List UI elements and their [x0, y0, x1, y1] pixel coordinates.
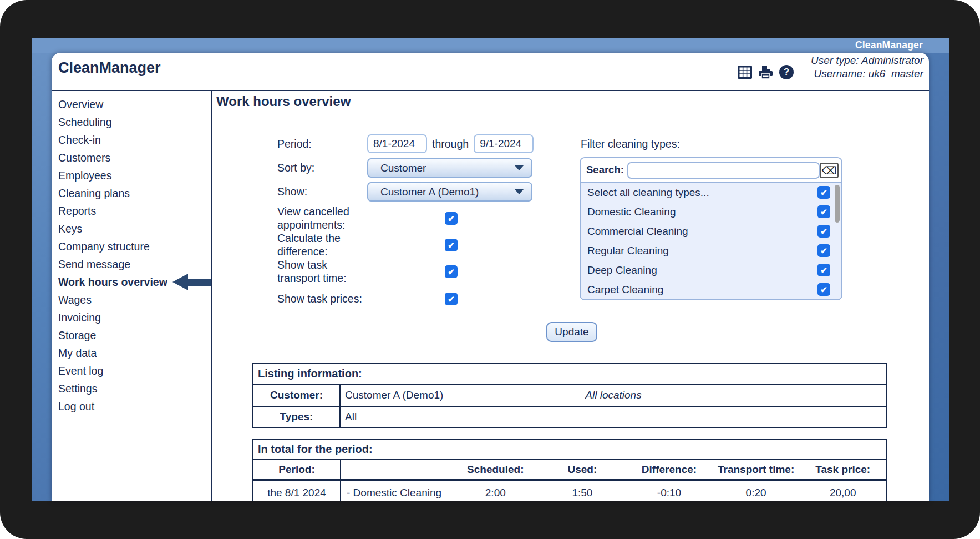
filter-option-select-all[interactable]: Select all cleaning types... ✔ [581, 183, 841, 202]
sidebar-item-log-out[interactable]: Log out [52, 397, 211, 415]
sort-by-label: Sort by: [277, 162, 367, 174]
customer-row-note: All locations [341, 389, 886, 401]
period-label: Period: [277, 138, 367, 150]
col-used: Used: [539, 464, 626, 476]
listing-title: Listing information: [253, 364, 886, 385]
sidebar-nav: Overview Scheduling Check-in Customers E… [52, 91, 211, 501]
screen-bezel: CleanManager CleanManager [0, 0, 980, 539]
table-view-icon[interactable] [738, 66, 752, 79]
carpet-cleaning-checkbox[interactable]: ✔ [817, 283, 830, 296]
filter-option-deep[interactable]: Deep Cleaning ✔ [581, 260, 841, 280]
sidebar-item-company-structure[interactable]: Company structure [52, 238, 211, 255]
task-prices-row: Show task prices: ✔ [277, 285, 458, 312]
filter-option-regular[interactable]: Regular Cleaning ✔ [581, 241, 841, 260]
domestic-cleaning-checkbox[interactable]: ✔ [817, 205, 830, 218]
table-row: the 8/1 2024 - Domestic Cleaning 2:00 1:… [253, 481, 886, 501]
sidebar-item-wages[interactable]: Wages [52, 291, 211, 309]
search-input[interactable] [627, 162, 820, 179]
listing-information-table: Listing information: Customer: Customer … [252, 363, 887, 428]
cell-cleaning-type: - Domestic Cleaning [341, 487, 452, 499]
user-info: User type: Administrator Username: uk6_m… [811, 54, 923, 80]
calculate-difference-label: Calculate the difference: [277, 231, 367, 258]
chevron-down-icon [515, 189, 524, 194]
sidebar-item-storage[interactable]: Storage [52, 326, 211, 344]
view-cancelled-row: View cancelled appointments: ✔ [277, 205, 458, 231]
sidebar-item-cleaning-plans[interactable]: Cleaning plans [52, 184, 211, 202]
calculate-difference-checkbox[interactable]: ✔ [445, 239, 458, 251]
update-button[interactable]: Update [546, 322, 597, 342]
browser-titlebar: CleanManager [32, 38, 949, 53]
user-type-label: User type: Administrator [811, 54, 923, 67]
sidebar-item-my-data[interactable]: My data [52, 344, 211, 362]
header-toolbar: ? [738, 65, 794, 79]
show-row: Show: Customer A (Demo1) [277, 182, 532, 202]
sort-by-row: Sort by: Customer [277, 158, 532, 178]
totals-header-row: Period: Scheduled: Used: Difference: Tra… [253, 460, 886, 481]
cell-period: the 8/1 2024 [253, 481, 341, 501]
sidebar-item-keys[interactable]: Keys [52, 220, 211, 238]
transport-time-row: Show task transport time: ✔ [277, 258, 458, 285]
sidebar-item-reports[interactable]: Reports [52, 202, 211, 220]
sort-by-value: Customer [380, 162, 426, 174]
cell-task-price: 20,00 [799, 487, 886, 499]
sidebar-item-event-log[interactable]: Event log [52, 362, 211, 380]
sidebar-item-send-message[interactable]: Send message [52, 255, 211, 273]
filter-option-carpet[interactable]: Carpet Cleaning ✔ [581, 280, 841, 299]
titlebar-brand: CleanManager [855, 39, 923, 51]
help-icon[interactable]: ? [779, 65, 794, 79]
filter-title: Filter cleaning types: [581, 134, 680, 153]
sidebar-item-invoicing[interactable]: Invoicing [52, 309, 211, 326]
period-row: Period: through [277, 134, 534, 153]
calculate-difference-row: Calculate the difference: ✔ [277, 231, 458, 258]
select-all-checkbox[interactable]: ✔ [817, 186, 830, 199]
show-label: Show: [277, 185, 367, 198]
through-label: through [427, 138, 474, 150]
regular-cleaning-checkbox[interactable]: ✔ [817, 244, 830, 257]
filter-list: Select all cleaning types... ✔ Domestic … [581, 183, 841, 299]
sidebar-item-work-hours-overview[interactable]: Work hours overview [52, 273, 211, 291]
types-row-value: All [345, 411, 357, 422]
app-window: CleanManager [52, 53, 929, 501]
main-content: Work hours overview Period: through Sort… [212, 91, 929, 501]
table-row: Customer: Customer A (Demo1) All locatio… [253, 385, 886, 406]
filter-panel: Search: ⌫ Select all cleaning types... ✔… [580, 157, 842, 300]
cell-used: 1:50 [539, 487, 626, 499]
cell-scheduled: 2:00 [452, 487, 539, 499]
filter-option-commercial[interactable]: Commercial Cleaning ✔ [581, 221, 841, 241]
filter-option-domestic[interactable]: Domestic Cleaning ✔ [581, 202, 841, 221]
types-row-label: Types: [253, 407, 341, 427]
sidebar-item-check-in[interactable]: Check-in [52, 131, 211, 149]
col-difference: Difference: [626, 464, 713, 476]
period-to-input[interactable] [474, 134, 534, 153]
active-item-arrow-icon [172, 274, 211, 290]
deep-cleaning-checkbox[interactable]: ✔ [817, 264, 830, 276]
col-scheduled: Scheduled: [452, 464, 539, 476]
print-icon[interactable] [758, 66, 773, 79]
task-prices-checkbox[interactable]: ✔ [445, 293, 458, 305]
sidebar-item-employees[interactable]: Employees [52, 167, 211, 184]
commercial-cleaning-checkbox[interactable]: ✔ [817, 225, 830, 238]
sort-by-select[interactable]: Customer [367, 158, 532, 178]
cell-difference: -0:10 [626, 487, 713, 499]
sidebar-item-customers[interactable]: Customers [52, 149, 211, 167]
show-select[interactable]: Customer A (Demo1) [367, 182, 532, 202]
table-row: Types: All [253, 406, 886, 427]
transport-time-checkbox[interactable]: ✔ [445, 265, 458, 278]
cell-transport-time: 0:20 [713, 487, 800, 499]
sidebar-item-overview[interactable]: Overview [52, 95, 211, 113]
username-label: Username: uk6_master [811, 67, 923, 80]
filter-list-scrollbar[interactable] [835, 185, 840, 223]
period-from-input[interactable] [367, 134, 427, 153]
transport-time-label: Show task transport time: [277, 258, 367, 285]
totals-title: In total for the period: [253, 440, 886, 460]
chevron-down-icon [515, 165, 524, 170]
sidebar-item-settings[interactable]: Settings [52, 380, 211, 397]
show-value: Customer A (Demo1) [380, 186, 479, 198]
sidebar-item-scheduling[interactable]: Scheduling [52, 113, 211, 131]
clear-search-button[interactable]: ⌫ [820, 163, 839, 178]
app-logo: CleanManager [58, 59, 161, 77]
browser-frame: CleanManager CleanManager [32, 38, 949, 501]
view-cancelled-checkbox[interactable]: ✔ [445, 212, 458, 225]
task-prices-label: Show task prices: [277, 292, 367, 305]
col-task-price: Task price: [799, 464, 886, 476]
